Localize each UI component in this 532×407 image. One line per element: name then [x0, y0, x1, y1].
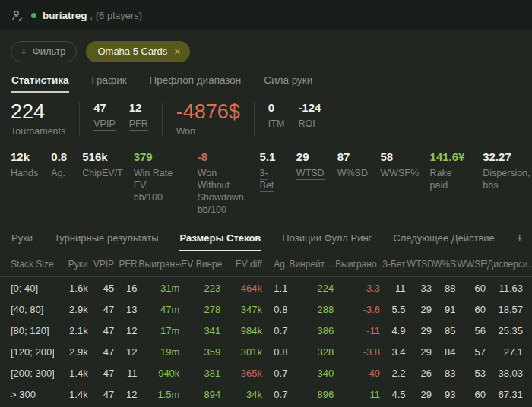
cell-winrate: 328	[289, 341, 335, 362]
stat-3bet: 5.13-Bet	[260, 150, 278, 191]
cell-vpip: 47	[90, 362, 116, 383]
online-status-dot	[31, 13, 36, 18]
cell-wsd: 85	[433, 320, 457, 341]
tab-statistics[interactable]: Статистика	[11, 74, 69, 93]
stack-size-label: [0; 40]	[0, 277, 54, 299]
cell-won-chips: 1.5m	[139, 383, 182, 405]
stat-wwsf: 58WWSF%	[380, 150, 411, 179]
table-row[interactable]: [120; 200]2.9k471219m359301k0.8328-3.83.…	[0, 341, 532, 362]
cell-won-bb: -11	[335, 320, 382, 341]
column-header-won-chips[interactable]: Выигранно	[139, 253, 182, 277]
tab-hand-strength[interactable]: Сила руки	[263, 74, 313, 93]
cell-hands: 1.4k	[54, 362, 90, 383]
add-filter-button[interactable]: + Фильтр	[11, 41, 77, 62]
stat-wtsd-label-text[interactable]: WTSD	[296, 168, 325, 180]
stat-winrate-ev-label: Win Rate EV, bb/100	[134, 167, 179, 204]
stat-3bet-label-text[interactable]: 3-Bet	[260, 168, 274, 192]
column-header-stack-size[interactable]: Stack Size	[0, 253, 54, 277]
cell-hands: 2.9k	[54, 341, 90, 362]
column-header-aggression[interactable]: Ag.	[264, 253, 289, 277]
cell-3bet: 4.9	[382, 320, 407, 341]
stat-won: -4876$Won	[176, 100, 240, 137]
stat-wwsf-label: WWSF%	[380, 167, 411, 179]
cell-won-bb: -49	[335, 362, 382, 383]
cell-won-chips: 19m	[139, 341, 182, 362]
tab-next-action[interactable]: Следующее Действие	[392, 232, 496, 251]
cell-won-bb: -3.6	[335, 298, 382, 320]
column-header-hands[interactable]: Руки	[54, 253, 90, 277]
tab-positions-full-ring[interactable]: Позиции Фулл Ринг	[281, 232, 372, 251]
stat-dispersion-label: Dispersion, bbs	[483, 167, 521, 191]
cell-hands: 1.6k	[54, 277, 90, 299]
poker-stats-window: buriatreg , (6 players) + Фильтр Omaha 5…	[0, 0, 532, 407]
cell-wwsf: 56	[457, 320, 487, 341]
cell-wsd: 83	[433, 362, 457, 383]
column-header-winrate[interactable]: Винрейт ...	[289, 253, 335, 277]
column-header-dispersion[interactable]: Дисперси...	[487, 253, 532, 277]
filter-tag-omaha-5-cards[interactable]: Omaha 5 Cards ×	[86, 41, 190, 62]
column-header-wsd[interactable]: W%SD	[433, 253, 457, 277]
table-row[interactable]: [40; 80]2.9k471347m278347k0.8288-3.65.52…	[0, 298, 532, 320]
column-header-wwsf[interactable]: WWSF%	[457, 253, 487, 277]
stat-wtsd: 29WTSD	[296, 150, 319, 179]
cell-3bet: 4.5	[382, 383, 407, 405]
cell-vpip: 45	[90, 277, 116, 299]
cell-aggression: 0.8	[264, 298, 289, 320]
column-header-3bet[interactable]: 3-Бет	[382, 253, 407, 277]
table-header-row: Stack SizeРукиVPIPPFRВыигранноEV Винре..…	[0, 253, 532, 277]
stat-divider	[254, 102, 255, 136]
cell-dispersion: 18.57	[487, 298, 532, 320]
stat-tournaments: 224Tournaments	[11, 100, 65, 137]
column-header-vpip[interactable]: VPIP	[90, 253, 116, 277]
tab-preflop-range[interactable]: Префлоп диапазон	[149, 74, 242, 93]
cell-ev-winrate: 381	[181, 362, 222, 383]
user-edit-icon[interactable]	[11, 9, 24, 22]
cell-vpip: 47	[90, 341, 116, 362]
add-tab-button[interactable]: +	[515, 231, 524, 251]
cell-wwsf: 57	[457, 341, 487, 362]
cell-ev-diff: -365k	[222, 362, 264, 383]
stat-tournaments-value: 224	[11, 100, 65, 123]
table-row[interactable]: [200; 300]1.4k4711940k381-365k0.7340-492…	[0, 362, 532, 383]
column-header-wtsd[interactable]: WTSD	[407, 253, 433, 277]
cell-won-chips: 31m	[139, 277, 182, 299]
cell-wtsd: 26	[407, 362, 433, 383]
table-row[interactable]: > 3001.4k47121.5m89434k0.7896114.5299360…	[0, 383, 532, 405]
cell-dispersion: 11.63	[487, 277, 532, 299]
stat-rake-paid-label: Rake paid	[430, 167, 465, 191]
stat-pfr-label-text[interactable]: PFR	[129, 118, 148, 131]
stat-rake-paid: 141.6¥Rake paid	[430, 150, 465, 191]
player-header: buriatreg , (6 players)	[0, 0, 532, 30]
stat-wsd-value: 87	[337, 150, 363, 165]
remove-tag-icon[interactable]: ×	[174, 48, 180, 55]
stat-roi: -124ROI	[298, 100, 321, 130]
tab-tournament-results[interactable]: Турнирные результаты	[53, 232, 159, 251]
cell-wtsd: 29	[407, 298, 433, 320]
stat-3bet-value: 5.1	[260, 150, 278, 165]
cell-winrate: 340	[289, 362, 335, 383]
stat-tournaments-label: Tournaments	[11, 125, 65, 137]
column-header-pfr[interactable]: PFR	[116, 253, 138, 277]
stat-vpip: 47VPIP	[93, 100, 116, 130]
stat-wtsd-value: 29	[296, 150, 319, 165]
column-header-ev-diff[interactable]: EV diff	[222, 253, 264, 277]
column-header-won-bb[interactable]: Выиграно...	[335, 253, 382, 277]
player-name[interactable]: buriatreg	[43, 10, 87, 21]
stat-aggression: 0.8Ag.	[51, 150, 64, 179]
stat-won-without-showdown-value: -8	[198, 150, 242, 165]
tab-graph[interactable]: График	[90, 74, 127, 93]
table-row[interactable]: [0; 40]1.6k451631m223-464k1.1224-3.31133…	[0, 277, 532, 299]
stat-roi-label: ROI	[298, 118, 321, 130]
tab-hands[interactable]: Руки	[11, 232, 33, 251]
cell-aggression: 0.7	[264, 383, 289, 405]
table-row[interactable]: [80; 120]2.1k471217m341984k0.7386-114.92…	[0, 320, 532, 341]
stat-vpip-label-text[interactable]: VPIP	[93, 118, 116, 131]
cell-pfr: 12	[116, 320, 138, 341]
tab-stack-sizes[interactable]: Размеры Стеков	[179, 232, 262, 251]
stat-chipev-t: 516kChipEV/T	[82, 150, 115, 179]
column-header-ev-winrate[interactable]: EV Винре...	[181, 253, 222, 277]
cell-pfr: 12	[116, 341, 138, 362]
cell-wsd: 84	[433, 341, 457, 362]
cell-wtsd: 29	[407, 383, 433, 405]
stat-wsd: 87W%SD	[337, 150, 363, 179]
